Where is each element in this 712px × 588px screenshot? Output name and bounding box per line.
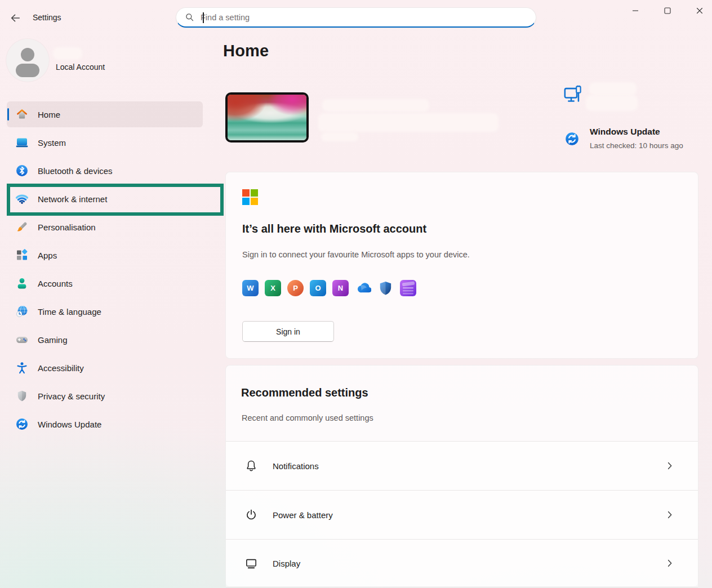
account-card-subtitle: Sign in to connect your favourite Micros… (242, 250, 470, 259)
device-wallpaper-thumbnail (225, 92, 309, 142)
redacted-device-info (318, 113, 499, 132)
home-icon (15, 108, 29, 121)
redacted-network-info (586, 95, 638, 111)
setting-row-label: Display (273, 559, 300, 568)
chevron-right-icon (664, 558, 675, 569)
wifi-icon (15, 192, 29, 206)
chevron-right-icon (664, 509, 675, 520)
shield-icon (15, 389, 29, 403)
search-icon (184, 12, 195, 23)
sidebar-item-label: Network & internet (38, 194, 107, 204)
back-arrow-icon (9, 12, 21, 24)
gamepad-icon (15, 333, 29, 346)
minimize-icon (632, 7, 639, 14)
sign-in-button[interactable]: Sign in (242, 321, 334, 342)
sidebar-item-apps[interactable]: Apps (7, 242, 203, 268)
back-button[interactable] (6, 10, 25, 26)
sidebar-item-accounts[interactable]: Accounts (7, 270, 203, 296)
sidebar-item-personalisation[interactable]: Personalisation (7, 214, 203, 240)
sidebar-item-label: Home (38, 110, 60, 119)
avatar-person-icon (21, 48, 34, 61)
word-icon: W (242, 280, 259, 296)
sidebar-item-gaming[interactable]: Gaming (7, 327, 203, 353)
account-card-title: It’s all here with Microsoft account (242, 222, 426, 235)
selected-accent-pill (7, 108, 9, 121)
chevron-right-icon (664, 460, 675, 471)
redacted-device-info-2 (321, 132, 358, 141)
sidebar-item-time-language[interactable]: Time & language (7, 299, 203, 324)
sidebar-item-label: System (38, 138, 66, 148)
microsoft-apps-row: W X P O N (242, 280, 416, 296)
accessibility-icon (15, 361, 29, 375)
sidebar-item-network[interactable]: Network & internet (7, 186, 203, 212)
account-type-label: Local Account (56, 63, 105, 72)
recommended-subtitle: Recent and commonly used settings (242, 413, 373, 422)
globe-clock-icon (15, 305, 29, 318)
text-caret (203, 12, 204, 23)
sidebar-item-label: Time & language (38, 307, 101, 317)
clipchamp-icon (400, 280, 416, 296)
close-button[interactable] (687, 1, 712, 20)
window-title: Settings (33, 13, 61, 22)
sidebar-item-system[interactable]: System (7, 130, 203, 155)
setting-row-label: Power & battery (273, 510, 333, 520)
setting-row-display[interactable]: Display (226, 539, 698, 587)
sidebar-item-privacy[interactable]: Privacy & security (7, 383, 203, 409)
system-icon (15, 136, 29, 149)
sidebar-item-home[interactable]: Home (7, 101, 203, 127)
outlook-icon: O (310, 280, 326, 296)
setting-row-label: Notifications (273, 461, 319, 471)
redacted-username (53, 47, 82, 60)
recommended-title: Recommended settings (241, 386, 368, 399)
sidebar-item-label: Personalisation (38, 222, 96, 232)
onedrive-icon (355, 280, 371, 296)
setting-row-power-battery[interactable]: Power & battery (226, 490, 698, 539)
page-title: Home (223, 42, 269, 60)
redacted-network-name (589, 82, 637, 96)
bell-icon (244, 459, 258, 473)
avatar[interactable] (6, 39, 49, 82)
setting-row-notifications[interactable]: Notifications (226, 441, 698, 490)
search-box[interactable] (176, 7, 536, 28)
close-icon (696, 7, 703, 14)
microsoft-logo (242, 189, 259, 206)
windows-update-status-subtitle: Last checked: 10 hours ago (590, 141, 683, 150)
ethernet-device-icon (563, 84, 582, 106)
excel-icon: X (265, 280, 281, 296)
defender-icon (377, 280, 394, 296)
sync-icon (15, 417, 29, 431)
windows-update-status-title[interactable]: Windows Update (590, 127, 660, 137)
sidebar-item-label: Windows Update (38, 420, 101, 429)
search-input[interactable] (195, 13, 536, 22)
sidebar-item-label: Apps (38, 251, 57, 260)
person-icon (15, 277, 29, 290)
sidebar-item-label: Gaming (38, 335, 68, 345)
sidebar-item-label: Accounts (38, 279, 73, 288)
sidebar-item-bluetooth[interactable]: Bluetooth & devices (7, 158, 203, 184)
sidebar-item-label: Bluetooth & devices (38, 166, 113, 176)
paintbrush-icon (15, 220, 29, 234)
onenote-icon: N (332, 280, 349, 296)
sidebar-item-label: Accessibility (38, 363, 84, 373)
maximize-icon (664, 7, 671, 14)
maximize-button[interactable] (655, 1, 680, 20)
sidebar-item-windows-update[interactable]: Windows Update (7, 411, 203, 437)
minimize-button[interactable] (622, 1, 648, 20)
powerpoint-icon: P (287, 280, 304, 296)
bluetooth-icon (15, 164, 29, 177)
display-icon (244, 556, 258, 570)
sidebar-item-label: Privacy & security (38, 391, 105, 401)
network-status-shortcut[interactable] (563, 84, 584, 107)
apps-icon (15, 248, 29, 262)
sidebar-item-accessibility[interactable]: Accessibility (7, 355, 203, 381)
windows-update-status-icon (564, 131, 580, 147)
redacted-device-name (322, 99, 429, 112)
power-icon (244, 508, 258, 522)
